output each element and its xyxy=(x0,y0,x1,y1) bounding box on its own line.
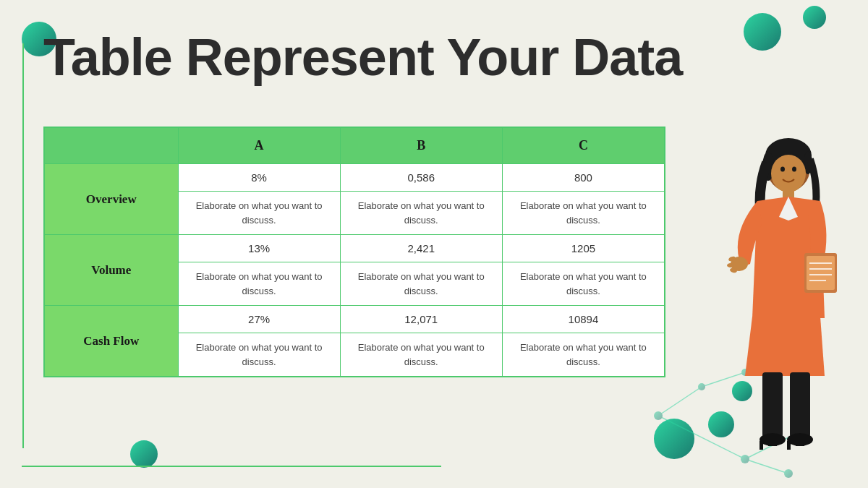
data-table: A B C Overview 8% 0,586 800 Elaborate on… xyxy=(43,127,665,377)
row-label-cashflow: Cash Flow xyxy=(44,306,178,377)
header-col-b: B xyxy=(340,127,502,164)
svg-point-5 xyxy=(654,411,663,420)
svg-line-3 xyxy=(658,387,702,416)
cell-volume-b-desc: Elaborate on what you want to discuss. xyxy=(340,262,502,306)
deco-circle-bottomleft xyxy=(130,440,158,468)
row-label-overview: Overview xyxy=(44,164,178,235)
svg-rect-32 xyxy=(790,372,810,437)
table-row: Volume 13% 2,421 1205 xyxy=(44,235,665,262)
cell-overview-b-desc: Elaborate on what you want to discuss. xyxy=(340,192,502,235)
bottom-line-decoration xyxy=(22,465,441,468)
cell-volume-a-value: 13% xyxy=(178,235,340,262)
svg-rect-34 xyxy=(768,435,777,446)
svg-point-17 xyxy=(771,155,806,192)
svg-rect-36 xyxy=(796,435,804,446)
left-line-decoration xyxy=(22,43,25,448)
header-col-c: C xyxy=(502,127,665,164)
table-header-row: A B C xyxy=(44,127,665,164)
cell-volume-c-desc: Elaborate on what you want to discuss. xyxy=(502,262,665,306)
header-empty xyxy=(44,127,178,164)
cell-overview-a-desc: Elaborate on what you want to discuss. xyxy=(178,192,340,235)
data-table-container: A B C Overview 8% 0,586 800 Elaborate on… xyxy=(43,127,665,377)
cell-overview-b-value: 0,586 xyxy=(340,164,502,192)
cell-volume-a-desc: Elaborate on what you want to discuss. xyxy=(178,262,340,306)
svg-point-23 xyxy=(727,263,734,267)
svg-rect-38 xyxy=(787,441,791,450)
cell-cashflow-c-value: 10894 xyxy=(502,306,665,333)
deco-circle-topright2 xyxy=(803,6,826,29)
person-illustration xyxy=(703,116,848,470)
table-row: Cash Flow 27% 12,071 10894 xyxy=(44,306,665,333)
row-label-volume: Volume xyxy=(44,235,178,306)
header-col-a: A xyxy=(178,127,340,164)
deco-circle-topright xyxy=(744,13,781,51)
cell-cashflow-b-desc: Elaborate on what you want to discuss. xyxy=(340,333,502,377)
svg-rect-26 xyxy=(807,256,835,290)
cell-overview-c-value: 800 xyxy=(502,164,665,192)
cell-overview-c-desc: Elaborate on what you want to discuss. xyxy=(502,192,665,235)
page-title: Table Represent Your Data xyxy=(43,27,682,87)
cell-volume-c-value: 1205 xyxy=(502,235,665,262)
cell-volume-b-value: 2,421 xyxy=(340,235,502,262)
table-row: Overview 8% 0,586 800 xyxy=(44,164,665,192)
svg-rect-37 xyxy=(760,441,763,450)
cell-cashflow-b-value: 12,071 xyxy=(340,306,502,333)
cell-cashflow-c-desc: Elaborate on what you want to discuss. xyxy=(502,333,665,377)
svg-point-8 xyxy=(784,469,793,478)
cell-cashflow-a-value: 27% xyxy=(178,306,340,333)
svg-rect-31 xyxy=(762,372,783,437)
cell-cashflow-a-desc: Elaborate on what you want to discuss. xyxy=(178,333,340,377)
cell-overview-a-value: 8% xyxy=(178,164,340,192)
svg-point-19 xyxy=(792,167,796,172)
svg-point-18 xyxy=(780,167,785,172)
